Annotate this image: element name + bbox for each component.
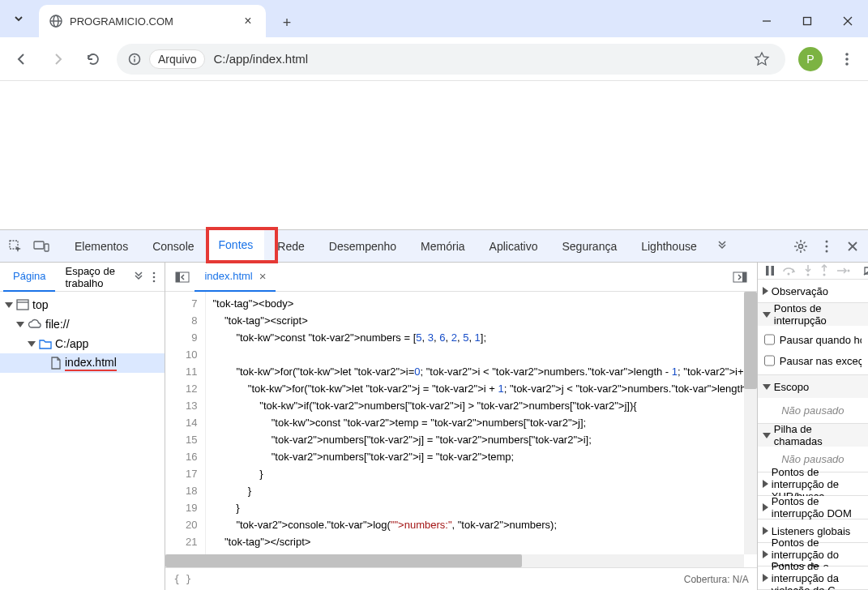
coverage-label: Cobertura: N/A bbox=[684, 574, 749, 585]
svg-rect-4 bbox=[804, 18, 811, 25]
svg-point-22 bbox=[153, 271, 156, 274]
chevron-down-icon bbox=[763, 433, 771, 438]
step-into-icon[interactable] bbox=[803, 264, 813, 277]
more-tabs-icon[interactable] bbox=[710, 234, 734, 259]
vertical-scrollbar[interactable] bbox=[744, 292, 757, 554]
tab-close-button[interactable]: × bbox=[240, 13, 256, 29]
chevron-right-icon bbox=[763, 287, 768, 295]
file-icon bbox=[50, 357, 62, 370]
pretty-print-icon[interactable]: { } bbox=[173, 574, 191, 585]
back-button[interactable] bbox=[6, 44, 37, 75]
chevron-right-icon bbox=[763, 480, 768, 488]
browser-tab[interactable]: PROGRAMICIO.COM × bbox=[39, 5, 266, 37]
section-breakpoints[interactable]: Pontos de interrupção bbox=[758, 303, 868, 326]
devtools-tabbar: Elementos Console Fontes Rede Desempenho… bbox=[0, 230, 868, 263]
code-area[interactable]: "tok-tag"><body> "tok-tag"><script> "tok… bbox=[206, 292, 756, 567]
device-toggle-icon[interactable] bbox=[29, 234, 53, 259]
line-gutter: 789101112131415161718192021 bbox=[165, 292, 206, 567]
url-text: C:/app/index.html bbox=[213, 52, 742, 66]
tab-title: PROGRAMICIO.COM bbox=[70, 15, 233, 28]
nav-menu-icon[interactable] bbox=[147, 265, 162, 289]
tab-memoria[interactable]: Memória bbox=[409, 230, 476, 263]
chevron-down-icon bbox=[5, 302, 13, 308]
devtools-panel: Elementos Console Fontes Rede Desempenho… bbox=[0, 229, 868, 590]
editor-footer: { } Cobertura: N/A bbox=[165, 567, 756, 590]
step-icon[interactable] bbox=[836, 266, 850, 276]
svg-point-10 bbox=[845, 53, 849, 56]
tab-rede[interactable]: Rede bbox=[266, 230, 315, 263]
inspect-element-icon[interactable] bbox=[3, 234, 28, 259]
minimize-button[interactable] bbox=[746, 5, 787, 37]
svg-rect-32 bbox=[771, 266, 774, 276]
svg-point-18 bbox=[826, 245, 828, 247]
step-out-icon[interactable] bbox=[819, 264, 829, 277]
section-callstack[interactable]: Pilha de chamadas bbox=[758, 424, 868, 447]
nav-more-tabs-icon[interactable] bbox=[131, 265, 147, 289]
chevron-down-icon bbox=[28, 341, 36, 347]
reload-button[interactable] bbox=[78, 44, 109, 75]
debugger-panel: Observação Pontos de interrupção Pausar … bbox=[758, 263, 868, 590]
tab-aplicativo[interactable]: Aplicativo bbox=[478, 230, 549, 263]
svg-rect-15 bbox=[45, 244, 49, 251]
deactivate-breakpoints-icon[interactable] bbox=[863, 265, 868, 276]
svg-point-33 bbox=[787, 273, 789, 276]
devtools-menu-icon[interactable] bbox=[815, 234, 839, 259]
tab-lighthouse[interactable]: Lighthouse bbox=[630, 230, 708, 263]
new-tab-button[interactable]: + bbox=[272, 8, 301, 37]
chevron-down-icon bbox=[763, 312, 771, 318]
step-over-icon[interactable] bbox=[782, 265, 797, 276]
svg-point-23 bbox=[153, 276, 156, 278]
url-scheme-chip: Arquivo bbox=[149, 49, 205, 69]
tab-console[interactable]: Console bbox=[141, 230, 205, 263]
checkbox-pause-exceptions[interactable]: Pausar quando houver exceções n… bbox=[764, 329, 862, 350]
tree-file-index[interactable]: index.html bbox=[0, 353, 165, 373]
tree-folder[interactable]: C:/app bbox=[0, 334, 165, 353]
tab-fontes[interactable]: Fontes bbox=[207, 230, 265, 263]
tree-top[interactable]: top bbox=[0, 295, 165, 314]
tree-scheme[interactable]: file:// bbox=[0, 314, 165, 334]
chevron-right-icon bbox=[763, 550, 768, 558]
address-bar[interactable]: Arquivo C:/app/index.html bbox=[117, 44, 785, 75]
section-csp-bp[interactable]: Pontos de interrupção da violação de C bbox=[758, 566, 868, 589]
info-icon bbox=[128, 53, 141, 66]
svg-point-37 bbox=[823, 274, 825, 276]
bookmark-button[interactable] bbox=[750, 51, 774, 67]
file-tree: top file:// C:/app index.html bbox=[0, 292, 165, 376]
navigator-panel: Página Espaço de trabalho top file:// bbox=[0, 263, 165, 590]
editor-header: index.html × bbox=[165, 263, 756, 292]
tab-elementos[interactable]: Elementos bbox=[63, 230, 139, 263]
profile-avatar[interactable]: P bbox=[798, 47, 823, 71]
section-dom-bp[interactable]: Pontos de interrupção DOM bbox=[758, 496, 868, 519]
globe-icon bbox=[49, 14, 63, 28]
editor-body[interactable]: 789101112131415161718192021 "tok-tag"><b… bbox=[165, 292, 756, 567]
close-window-button[interactable] bbox=[827, 5, 868, 37]
toggle-navigator-icon[interactable] bbox=[170, 265, 195, 289]
browser-titlebar: PROGRAMICIO.COM × + bbox=[0, 0, 868, 37]
tabs-dropdown[interactable] bbox=[0, 0, 37, 37]
forward-button[interactable] bbox=[42, 44, 73, 75]
tab-desempenho[interactable]: Desempenho bbox=[318, 230, 408, 263]
chevron-right-icon bbox=[763, 503, 768, 511]
settings-icon[interactable] bbox=[789, 234, 813, 259]
toggle-debugger-icon[interactable] bbox=[728, 265, 752, 289]
svg-rect-30 bbox=[742, 272, 746, 282]
section-watch[interactable]: Observação bbox=[758, 280, 868, 302]
nav-tab-workspace[interactable]: Espaço de trabalho bbox=[55, 263, 131, 292]
svg-rect-25 bbox=[17, 300, 28, 310]
chevron-down-icon bbox=[763, 384, 771, 390]
close-icon[interactable]: × bbox=[259, 269, 267, 283]
tab-seguranca[interactable]: Segurança bbox=[550, 230, 628, 263]
section-xhr-bp[interactable]: Pontos de interrupção de XHR/busca bbox=[758, 472, 868, 495]
horizontal-scrollbar[interactable] bbox=[165, 554, 743, 567]
editor-tab-index[interactable]: index.html × bbox=[195, 263, 276, 292]
browser-menu-button[interactable] bbox=[832, 45, 862, 74]
checkbox-pause-caught[interactable]: Pausar nas exceções encontradas bbox=[764, 350, 862, 371]
pause-icon[interactable] bbox=[764, 265, 776, 276]
editor-panel: index.html × 789101112131415161718192021… bbox=[165, 263, 757, 590]
section-scope[interactable]: Escopo bbox=[758, 375, 868, 398]
maximize-button[interactable] bbox=[787, 5, 827, 37]
page-viewport bbox=[0, 81, 868, 229]
svg-point-19 bbox=[826, 250, 828, 252]
nav-tab-pagina[interactable]: Página bbox=[3, 263, 55, 292]
devtools-close-icon[interactable] bbox=[840, 234, 865, 259]
